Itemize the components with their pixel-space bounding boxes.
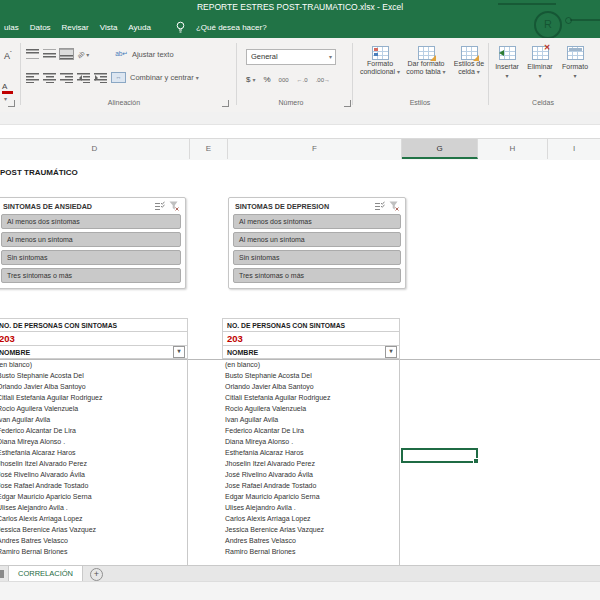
- table-row[interactable]: Ivan Aguilar Avila: [222, 414, 399, 425]
- table-row[interactable]: Diana Mireya Alonso .: [0, 436, 187, 447]
- sheet-tab-correlacion[interactable]: CORRELACIÓN: [8, 566, 83, 581]
- dialog-launcher-icon[interactable]: [344, 100, 351, 107]
- multiselect-icon[interactable]: [154, 201, 165, 211]
- multiselect-icon[interactable]: [374, 201, 385, 211]
- table-row[interactable]: Orlando Javier Alba Santoyo: [0, 381, 187, 392]
- table-row[interactable]: Jhoselin Itzel Alvarado Perez: [0, 458, 187, 469]
- table-row[interactable]: Citlali Estefania Aguilar Rodriguez: [222, 392, 399, 403]
- percent-format-button[interactable]: %: [263, 75, 270, 84]
- column-header-F[interactable]: F: [228, 139, 402, 159]
- table-row[interactable]: (en blanco): [0, 359, 187, 370]
- table-row[interactable]: Diana Mireya Alonso .: [222, 436, 399, 447]
- slicer-item[interactable]: Al menos dos síntomas: [233, 214, 401, 229]
- increase-indent-icon[interactable]: [94, 73, 107, 83]
- table-row[interactable]: Jose Rafael Andrade Tostado: [0, 480, 187, 491]
- table-row[interactable]: Orlando Javier Alba Santoyo: [222, 381, 399, 392]
- slicer-item[interactable]: Al menos un síntoma: [233, 232, 401, 247]
- slicer-item[interactable]: Al menos dos síntomas: [1, 214, 181, 229]
- table-row[interactable]: Ulises Alejandro Avila .: [222, 502, 399, 513]
- column-header-I[interactable]: I: [548, 139, 600, 159]
- column-header-E[interactable]: E: [190, 139, 228, 159]
- cell-styles-button[interactable]: Estilos de celda: [449, 46, 489, 76]
- column-header-G[interactable]: G: [402, 139, 478, 159]
- table-row[interactable]: José Rivelino Alvarado Ávila: [0, 469, 187, 480]
- tab-datos[interactable]: Datos: [30, 23, 51, 32]
- clear-filter-icon[interactable]: [169, 201, 179, 211]
- number-format-select[interactable]: General ▾: [246, 49, 336, 65]
- table-row[interactable]: Jhoselin Itzel Alvarado Perez: [222, 458, 399, 469]
- column-header-row: DEFGHI: [0, 139, 600, 161]
- slicer-item[interactable]: Tres síntomas o más: [233, 268, 401, 283]
- decrease-decimal-icon[interactable]: .00→: [316, 77, 330, 83]
- tab-ayuda[interactable]: Ayuda: [128, 23, 151, 32]
- align-middle-icon[interactable]: [43, 49, 56, 59]
- worksheet-grid[interactable]: POST TRAUMÁTICO SINTOMAS DE ANSIEDAD Al …: [0, 160, 600, 565]
- tab-vista[interactable]: Vista: [100, 23, 118, 32]
- format-as-table-button[interactable]: Dar formato como tabla: [403, 46, 449, 76]
- sheet-nav-arrows-fragment[interactable]: [0, 570, 4, 578]
- merge-center-button[interactable]: Combinar y centrar: [130, 73, 199, 82]
- table-row[interactable]: Citlali Estefania Aguilar Rodriguez: [0, 392, 187, 403]
- align-bottom-icon[interactable]: [60, 49, 73, 59]
- delete-cells-button[interactable]: Eliminar ▾: [524, 46, 556, 81]
- table-row[interactable]: Jessica Berenice Arias Vazquez: [222, 524, 399, 535]
- table-row[interactable]: Esthefania Alcaraz Haros: [0, 447, 187, 458]
- thousands-format-button[interactable]: 000: [279, 77, 289, 83]
- table-row[interactable]: Carlos Alexis Arriaga Lopez: [0, 513, 187, 524]
- table-row[interactable]: Esthefania Alcaraz Haros: [222, 447, 399, 458]
- align-right-icon[interactable]: [60, 73, 73, 83]
- excel-window: REPORTE ESTRES POST-TRAUMATICO.xlsx - Ex…: [0, 0, 600, 600]
- table-row[interactable]: Busto Stephanie Acosta Del: [0, 370, 187, 381]
- slicer-item[interactable]: Tres síntomas o más: [1, 268, 181, 283]
- table-row[interactable]: Ulises Alejandro Avila .: [0, 502, 187, 513]
- table-row[interactable]: Rocio Aguilera Valenzuela: [0, 403, 187, 414]
- table-body: (en blanco)Busto Stephanie Acosta DelOrl…: [222, 359, 400, 565]
- slicer-title: SINTOMAS DE ANSIEDAD: [3, 202, 150, 211]
- wrap-text-button[interactable]: Ajustar texto: [132, 50, 174, 59]
- tab-formulas-partial[interactable]: ulas: [4, 23, 19, 32]
- table-row[interactable]: Federico Alcantar De Lira: [222, 425, 399, 436]
- column-header-D[interactable]: D: [0, 139, 190, 159]
- table-row[interactable]: Jessica Berenice Arias Vazquez: [0, 524, 187, 535]
- conditional-formatting-button[interactable]: Formato condicional: [357, 46, 403, 76]
- table-row[interactable]: Edgar Mauricio Aparicio Serna: [222, 491, 399, 502]
- add-sheet-button[interactable]: +: [90, 568, 103, 581]
- tab-revisar[interactable]: Revisar: [62, 23, 89, 32]
- table-row[interactable]: Rocio Aguilera Valenzuela: [222, 403, 399, 414]
- orientation-icon[interactable]: ab: [77, 51, 89, 58]
- table-row[interactable]: Edgar Mauricio Aparicio Serna: [0, 491, 187, 502]
- grow-font-icon[interactable]: Aˆ: [4, 50, 12, 61]
- slicer-item[interactable]: Sin síntomas: [1, 250, 181, 265]
- table-row[interactable]: Jose Rafael Andrade Tostado: [222, 480, 399, 491]
- selected-cell[interactable]: [401, 448, 478, 463]
- filter-dropdown-button[interactable]: ▾: [173, 346, 185, 358]
- table-row[interactable]: Carlos Alexis Arriaga Lopez: [222, 513, 399, 524]
- format-cells-button[interactable]: Formato ▾: [557, 46, 593, 81]
- table-row[interactable]: Busto Stephanie Acosta Del: [222, 370, 399, 381]
- filter-dropdown-button[interactable]: ▾: [385, 346, 397, 358]
- tell-me-box[interactable]: ¿Qué desea hacer?: [196, 23, 267, 32]
- increase-decimal-icon[interactable]: ←.0: [297, 77, 308, 83]
- table-row[interactable]: Ramiro Bernal Briones: [222, 546, 399, 557]
- table-row[interactable]: Ivan Aguilar Avila: [0, 414, 187, 425]
- count-value: 203: [222, 332, 400, 346]
- align-top-icon[interactable]: [26, 49, 39, 59]
- table-row[interactable]: José Rivelino Alvarado Ávila: [222, 469, 399, 480]
- slicer-item[interactable]: Al menos un síntoma: [1, 232, 181, 247]
- table-row[interactable]: Ramiro Bernal Briones: [0, 546, 187, 557]
- table-row[interactable]: Federico Alcantar De Lira: [0, 425, 187, 436]
- align-center-icon[interactable]: [43, 73, 56, 83]
- insert-cells-button[interactable]: Insertar ▾: [491, 46, 523, 81]
- formula-bar[interactable]: [0, 125, 600, 139]
- currency-format-button[interactable]: $: [246, 75, 255, 84]
- clear-filter-icon[interactable]: [389, 201, 399, 211]
- table-row[interactable]: Andres Batres Velasco: [0, 535, 187, 546]
- slicer-item[interactable]: Sin síntomas: [233, 250, 401, 265]
- column-header-H[interactable]: H: [478, 139, 548, 159]
- dialog-launcher-icon[interactable]: [8, 100, 15, 107]
- dialog-launcher-icon[interactable]: [222, 100, 229, 107]
- decrease-indent-icon[interactable]: [77, 73, 90, 83]
- table-row[interactable]: Andres Batres Velasco: [222, 535, 399, 546]
- table-row[interactable]: (en blanco): [222, 359, 399, 370]
- align-left-icon[interactable]: [26, 73, 39, 83]
